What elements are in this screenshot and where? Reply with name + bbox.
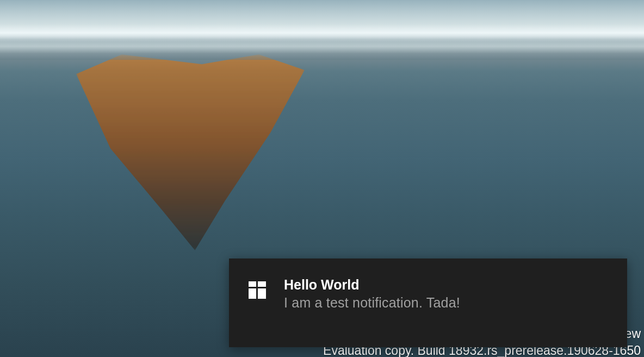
notification-toast[interactable]: Hello World I am a test notification. Ta… xyxy=(229,258,627,347)
svg-rect-1 xyxy=(258,281,266,287)
notification-content: Hello World I am a test notification. Ta… xyxy=(284,277,460,311)
svg-rect-3 xyxy=(258,288,266,299)
svg-rect-0 xyxy=(249,281,256,287)
window-tiles-icon xyxy=(249,281,266,299)
notification-body: I am a test notification. Tada! xyxy=(284,295,460,311)
notification-title: Hello World xyxy=(284,277,460,293)
svg-rect-2 xyxy=(249,288,256,299)
